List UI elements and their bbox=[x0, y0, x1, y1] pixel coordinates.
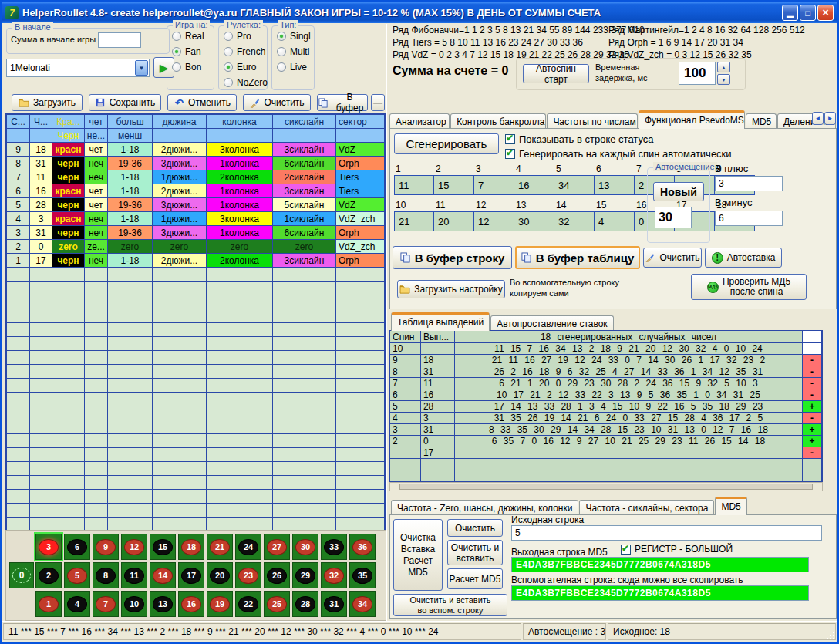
md5-calc-button[interactable]: Расчет MD5 bbox=[447, 568, 503, 589]
radio-option-euro[interactable]: Euro bbox=[224, 62, 267, 72]
autospin-start-button[interactable]: Автоспин старт bbox=[523, 64, 589, 83]
roulette-cell-35[interactable]: 35 bbox=[349, 562, 376, 588]
roulette-cell-17[interactable]: 17 bbox=[178, 562, 204, 588]
roulette-cell-33[interactable]: 33 bbox=[321, 534, 347, 560]
roulette-cell-3[interactable]: 3 bbox=[35, 534, 62, 560]
roulette-cell-23[interactable]: 23 bbox=[235, 562, 261, 588]
roulette-cell-12[interactable]: 12 bbox=[121, 534, 147, 560]
radio-option-pro[interactable]: Pro bbox=[224, 31, 267, 42]
radio-option-bon[interactable]: Bon bbox=[172, 62, 214, 72]
roulette-cell-30[interactable]: 30 bbox=[292, 534, 318, 560]
roulette-cell-13[interactable]: 13 bbox=[150, 591, 176, 617]
tab-автопроставление-ставок[interactable]: Автопроставление ставок bbox=[490, 315, 613, 331]
show-in-status-checkbox[interactable]: Показывать в строке статуса bbox=[505, 133, 654, 145]
roulette-cell-16[interactable]: 16 bbox=[178, 591, 204, 617]
roulette-cell-24[interactable]: 24 bbox=[235, 534, 261, 560]
tab-scroll-left-icon[interactable]: ◄ bbox=[812, 112, 824, 125]
md5-clear-insert-aux-button[interactable]: Очистить и вставитьво вспом. строку bbox=[393, 594, 507, 616]
roulette-cell-2[interactable]: 2 bbox=[35, 562, 62, 588]
autobet-button[interactable]: ! Автоставка bbox=[705, 248, 782, 268]
radio-option-real[interactable]: Real bbox=[172, 31, 214, 42]
load-settings-button[interactable]: Загрузить настройку bbox=[397, 280, 505, 298]
undo-button[interactable]: ↶ Отменить bbox=[167, 94, 237, 111]
tab-частота-zero-шансы-дюжины-колонки[interactable]: Частота - Zero, шансы, дюжины, колонки bbox=[391, 500, 578, 515]
roulette-cell-20[interactable]: 20 bbox=[207, 562, 233, 588]
radio-option-fan[interactable]: Fan bbox=[172, 46, 214, 57]
tab-анализатор[interactable]: Анализатор bbox=[389, 113, 450, 129]
roulette-cell-9[interactable]: 9 bbox=[93, 534, 119, 560]
load-button[interactable]: Загрузить bbox=[12, 94, 83, 111]
md5-stack-button[interactable]: ОчисткаВставкаРасчет MD5 bbox=[393, 519, 443, 591]
roulette-cell-36[interactable]: 36 bbox=[349, 534, 376, 560]
buffer-row-button[interactable]: В буфер строку bbox=[393, 246, 512, 269]
minus-input[interactable]: 6 bbox=[715, 211, 783, 226]
delay-spinner[interactable]: 100 ▲ ▼ bbox=[679, 62, 730, 85]
source-string-input[interactable]: 5 bbox=[511, 525, 822, 541]
roulette-cell-25[interactable]: 25 bbox=[264, 591, 290, 617]
autoshift-value[interactable]: 30 bbox=[655, 207, 692, 228]
roulette-cell-5[interactable]: 5 bbox=[64, 562, 90, 588]
roulette-cell-11[interactable]: 11 bbox=[121, 562, 147, 588]
check-md5-button[interactable]: МД5 Проверить МД5после спина bbox=[691, 274, 807, 300]
roulette-cell-7[interactable]: 7 bbox=[93, 591, 119, 617]
roulette-cell-21[interactable]: 21 bbox=[207, 534, 233, 560]
roulette-cell-10[interactable]: 10 bbox=[121, 591, 147, 617]
chevron-down-icon[interactable]: ▼ bbox=[135, 60, 148, 76]
generate-each-spin-checkbox[interactable]: Генерировать на каждый спин автоматическ… bbox=[505, 148, 732, 160]
delay-value[interactable]: 100 bbox=[679, 62, 716, 85]
register-checkbox[interactable]: РЕГИСТР - БОЛЬШОЙ bbox=[621, 544, 733, 555]
roulette-cell-31[interactable]: 31 bbox=[321, 591, 347, 617]
roulette-cell-8[interactable]: 8 bbox=[93, 562, 119, 588]
roulette-cell-22[interactable]: 22 bbox=[235, 591, 261, 617]
roulette-cell-29[interactable]: 29 bbox=[292, 562, 318, 588]
spinner-down-icon[interactable]: ▼ bbox=[717, 74, 730, 85]
roulette-cell-4[interactable]: 4 bbox=[64, 591, 90, 617]
scrollbar-thumb[interactable] bbox=[399, 484, 813, 490]
tab-таблица-выпадений[interactable]: Таблица выпадений bbox=[391, 312, 490, 331]
resize-grip[interactable] bbox=[826, 631, 835, 640]
roulette-cell-18[interactable]: 18 bbox=[178, 534, 204, 560]
roulette-cell-32[interactable]: 32 bbox=[321, 562, 347, 588]
roulette-cell-14[interactable]: 14 bbox=[150, 562, 176, 588]
roulette-cell-27[interactable]: 27 bbox=[264, 534, 290, 560]
spinner-up-icon[interactable]: ▲ bbox=[717, 62, 730, 72]
roulette-cell-34[interactable]: 34 bbox=[349, 591, 376, 617]
radio-option-french[interactable]: French bbox=[224, 46, 267, 57]
roulette-cell-1[interactable]: 1 bbox=[35, 591, 62, 617]
radio-option-singl[interactable]: Singl bbox=[277, 31, 314, 42]
roulette-cell-28[interactable]: 28 bbox=[292, 591, 318, 617]
copy-buffer-button[interactable]: В буфер bbox=[317, 94, 368, 111]
clear-gen-button[interactable]: Очистить bbox=[643, 248, 702, 268]
spin-table-scrollbar[interactable] bbox=[389, 482, 823, 491]
plus-input[interactable]: 3 bbox=[715, 176, 783, 191]
tab-scroll-right-icon[interactable]: ► bbox=[824, 112, 836, 125]
roulette-cell-19[interactable]: 19 bbox=[207, 591, 233, 617]
radio-option-multi[interactable]: Multi bbox=[277, 46, 314, 57]
tab-частоты-по-числам[interactable]: Частоты по числам bbox=[547, 113, 638, 129]
tab-частота-сиклайны-сектора[interactable]: Частота - сиклайны, сектора bbox=[579, 500, 714, 515]
tab-контроль-банкролла[interactable]: Контроль банкролла bbox=[450, 113, 546, 129]
md5-clear-button[interactable]: Очистить bbox=[447, 519, 503, 537]
preset-combobox[interactable]: 1Melonati ▼ bbox=[6, 59, 150, 77]
maximize-icon[interactable]: □ bbox=[800, 5, 816, 21]
clear-button[interactable]: Очистить bbox=[243, 94, 311, 111]
roulette-cell-26[interactable]: 26 bbox=[264, 562, 290, 588]
radio-option-live[interactable]: Live bbox=[277, 62, 314, 72]
new-shift-button[interactable]: Новый bbox=[653, 182, 704, 201]
tab-md5[interactable]: MD5 bbox=[746, 113, 777, 129]
roulette-cell-0[interactable]: 0 bbox=[9, 562, 34, 588]
md5-aux-field[interactable]: E4DA3B7FBBCE2345D7772B0674A318D5 bbox=[511, 585, 809, 601]
roulette-cell-6[interactable]: 6 bbox=[64, 534, 90, 560]
start-sum-input[interactable] bbox=[98, 32, 141, 48]
minimize-icon[interactable]: ▁ bbox=[782, 5, 798, 21]
close-icon[interactable]: ✕ bbox=[817, 5, 834, 21]
buffer-table-button[interactable]: В буфер таблицу bbox=[515, 246, 640, 269]
md5-clear-insert-button[interactable]: Очистить ивставить bbox=[447, 540, 503, 565]
generate-button[interactable]: Сгенерировать bbox=[394, 133, 499, 154]
collapse-button[interactable]: — bbox=[371, 94, 385, 111]
tab-md5[interactable]: MD5 bbox=[715, 497, 746, 515]
radio-option-nozero[interactable]: NoZero bbox=[224, 77, 267, 88]
save-button[interactable]: Сохранить bbox=[89, 94, 161, 111]
tab-функционал-psevdoms[interactable]: Функционал PsevdoMS bbox=[639, 110, 745, 129]
roulette-cell-15[interactable]: 15 bbox=[150, 534, 176, 560]
